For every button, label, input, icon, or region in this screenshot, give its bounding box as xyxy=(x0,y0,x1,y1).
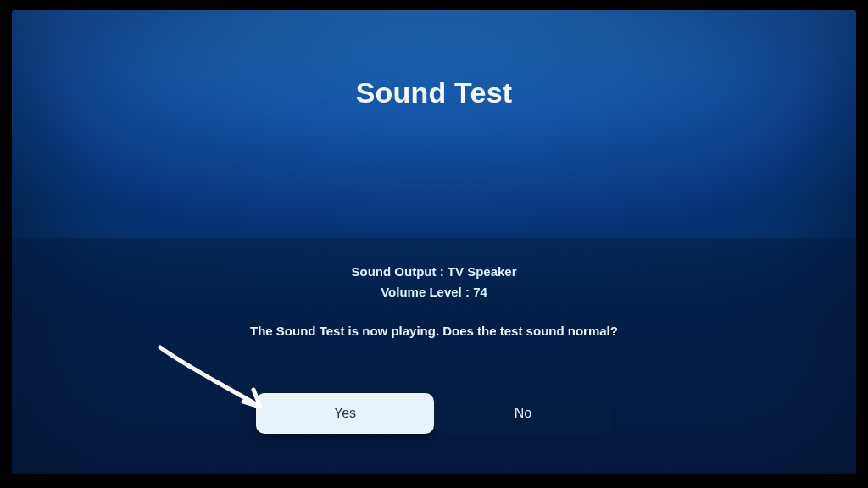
sound-info-block: Sound Output : TV Speaker Volume Level :… xyxy=(12,260,856,302)
sound-output-label: Sound Output xyxy=(351,264,436,279)
volume-level-line: Volume Level : 74 xyxy=(12,284,856,301)
tv-bezel: Sound Test Sound Output : TV Speaker Vol… xyxy=(5,5,863,483)
dialog-buttons: Yes No xyxy=(12,393,856,434)
no-button[interactable]: No xyxy=(434,393,612,434)
sound-test-prompt: The Sound Test is now playing. Does the … xyxy=(12,324,856,338)
volume-level-value: 74 xyxy=(473,285,487,299)
sound-output-line: Sound Output : TV Speaker xyxy=(12,263,856,280)
tv-screen: Sound Test Sound Output : TV Speaker Vol… xyxy=(12,10,856,474)
yes-button[interactable]: Yes xyxy=(256,393,434,434)
volume-level-label: Volume Level xyxy=(381,285,462,299)
sound-output-value: TV Speaker xyxy=(448,264,517,279)
page-title: Sound Test xyxy=(12,76,856,109)
